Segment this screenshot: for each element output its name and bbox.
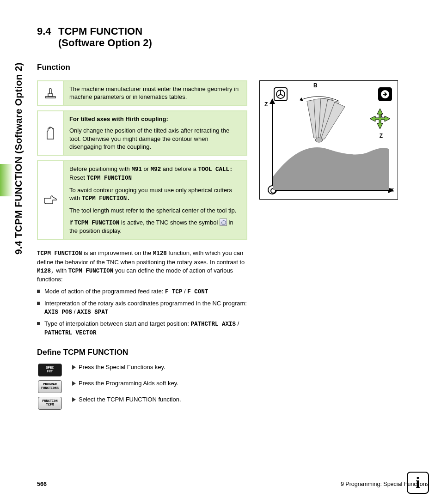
info-icon: i xyxy=(407,472,429,494)
rotary-axis-icon xyxy=(274,87,288,101)
subheading-define: Define TCPM FUNCTION xyxy=(37,348,425,357)
tcpm-symbol-icon xyxy=(220,219,227,226)
spec-fct-key: SPECFCT xyxy=(38,364,62,376)
note-pos-p2: To avoid contour gouging you must use on… xyxy=(69,186,241,203)
step-item: Press the Programming Aids soft key. xyxy=(72,380,425,387)
enter-icon xyxy=(378,87,392,101)
stamp-icon xyxy=(43,85,58,101)
bullet-item: Interpretation of the rotary axis coordi… xyxy=(37,299,247,317)
note-hirth: For tilted axes with Hirth coupling: Onl… xyxy=(37,110,247,156)
side-tab-title: 9.4 TCPM FUNCTION (Software Option 2) xyxy=(12,25,25,256)
note-pos-p4: If TCPM FUNCTION is active, the TNC show… xyxy=(69,219,241,235)
note-text: The machine manufacturer must enter the … xyxy=(69,85,241,101)
figure-tcpm: B Z X X Z xyxy=(259,80,398,200)
note-pos-p1: Before positioning with M91 or M92 and b… xyxy=(69,165,241,182)
note-hirth-body: Only change the position of the tilted a… xyxy=(69,127,241,151)
move-arrows-icon xyxy=(369,108,391,130)
function-tcpm-softkey: FUNCTIONTCPM xyxy=(38,397,62,410)
bullet-item: Type of interpolation between start and … xyxy=(37,320,247,338)
heading-title-line1: TCPM FUNCTION xyxy=(58,25,142,37)
fig-label-z: Z xyxy=(264,101,268,108)
body-paragraph: TCPM FUNCTION is an improvement on the M… xyxy=(37,249,247,284)
tilted-tool-icon xyxy=(293,92,353,147)
note-hirth-title: For tilted axes with Hirth coupling: xyxy=(69,115,168,122)
note-pos-p3: The tool length must refer to the spheri… xyxy=(69,206,241,215)
heading-number: 9.4 xyxy=(37,25,54,37)
subheading-function: Function xyxy=(37,63,425,72)
page-number: 566 xyxy=(37,481,47,487)
program-functions-softkey: PROGRAMFUNCTIONS xyxy=(38,380,62,393)
fig-label-b: B xyxy=(313,82,318,89)
step-item: Select the TCPM FUNCTION function. xyxy=(72,396,425,403)
svg-point-4 xyxy=(315,138,323,142)
svg-rect-1 xyxy=(48,94,53,97)
heading-title-line2: (Software Option 2) xyxy=(58,37,152,49)
step-item: Press the Special Functions key. xyxy=(72,364,425,370)
caution-hand-icon xyxy=(43,125,58,141)
bullet-list: Mode of action of the programmed feed ra… xyxy=(37,287,247,337)
bullet-item: Mode of action of the programmed feed ra… xyxy=(37,287,247,297)
side-accent xyxy=(0,164,13,196)
note-manufacturer: The machine manufacturer must enter the … xyxy=(37,80,247,106)
main-heading: 9.4 TCPM FUNCTION (Software Option 2) xyxy=(37,25,425,49)
pointing-hand-icon xyxy=(43,192,58,208)
note-positioning: Before positioning with M91 or M92 and b… xyxy=(37,160,247,240)
